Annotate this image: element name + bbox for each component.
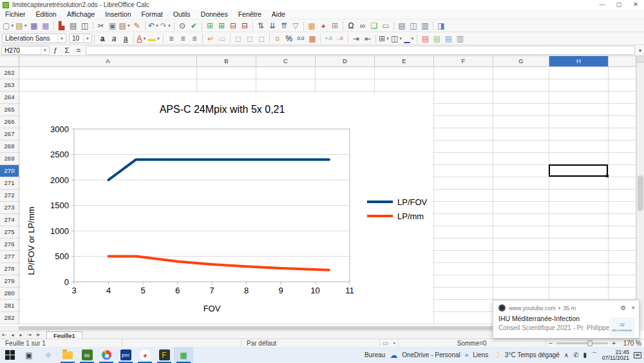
sort-descending-icon[interactable]: ⇈ [278,20,290,31]
conditional-more-icon[interactable]: ▥ [454,33,466,44]
open-icon[interactable]: ▤▼ [15,20,28,31]
minimize-button[interactable]: — [594,0,611,10]
zoom-slider[interactable] [556,342,608,344]
cell-reference-input[interactable] [5,46,39,54]
desktop-toolbar-label[interactable]: Bureau [365,351,385,358]
add-sheet-button[interactable]: + [33,331,43,338]
chevron-down-icon[interactable]: ▼ [155,24,159,28]
insert-comment-icon[interactable]: ❏ [368,20,380,31]
action-center-icon[interactable] [634,352,641,358]
freecad-icon[interactable]: F [155,347,174,363]
close-button[interactable]: ✕ [627,0,644,10]
row-header-274[interactable]: 274 [0,214,19,226]
sum-icon[interactable]: Σ [61,46,73,54]
border-style-icon[interactable]: ◫▼ [390,33,403,44]
format-currency-icon[interactable]: ¤ [272,33,283,44]
insert-row-icon[interactable]: ⊞ [204,20,216,31]
print-icon[interactable]: ▤ [68,20,79,31]
redo-icon[interactable]: ↷▼ [160,20,172,31]
delete-column-icon[interactable]: ⊟ [239,20,251,31]
column-header-e[interactable]: E [375,56,434,67]
conditional-data-bar-icon[interactable]: ▤ [431,33,442,44]
row-header-272[interactable]: 272 [0,190,19,202]
menu-fichier[interactable]: Fichier [0,10,31,19]
row-header-271[interactable]: 271 [0,177,19,190]
spelling-icon[interactable]: ✔ [188,20,200,31]
row-header-278[interactable]: 278 [0,263,19,275]
formula-bar-expand-icon[interactable]: ▼ [636,48,644,53]
pivot-table-icon[interactable]: ⊞ [329,20,341,31]
equals-icon[interactable]: = [73,46,84,54]
battery-tray-icon[interactable]: ▮ [583,351,587,358]
conditional-color-scale-icon[interactable]: ▤ [419,33,431,44]
formula-input[interactable] [86,46,635,55]
decrease-indent-icon[interactable]: ⇤ [362,33,374,44]
menu-affichage[interactable]: Affichage [62,10,100,19]
underline-icon[interactable]: a [120,33,131,44]
save-as-icon[interactable]: ▦ [40,20,52,31]
column-header-c[interactable]: C [256,56,316,67]
font-name-combo[interactable]: Liberation Sans ▼ [2,34,66,43]
row-header-269[interactable]: 269 [0,153,19,165]
chrome-icon[interactable] [97,347,116,363]
export-pdf-icon[interactable]: ▙ [56,20,68,31]
file-explorer-icon[interactable] [58,347,77,363]
column-header-h[interactable]: H [549,56,609,67]
row-header-276[interactable]: 276 [0,239,19,251]
row-header-275[interactable]: 275 [0,226,19,239]
clone-formatting-icon[interactable]: ✎ [131,20,143,31]
column-header-a[interactable]: A [19,56,197,67]
last-sheet-icon[interactable]: ⇥ [25,332,33,338]
align-right-icon[interactable]: ≡ [189,33,200,44]
onedrive-cloud-icon[interactable]: ☁ [390,351,397,360]
moon-weather-icon[interactable]: ☽ [493,350,500,360]
show-draw-functions-icon[interactable]: ▭ [380,20,392,31]
split-window-icon[interactable]: ▥ [419,20,431,31]
align-center-icon[interactable]: ≡ [177,33,189,44]
format-percent-icon[interactable]: % [283,33,295,44]
libreoffice-calc-icon[interactable]: ▦ [174,347,193,363]
selection-mode-icon[interactable]: ▭ [380,340,391,346]
vertical-scrollbar-thumb[interactable] [638,175,643,211]
merge-cells-icon[interactable]: ▭ [216,33,228,44]
chevron-down-icon[interactable]: ▼ [143,37,147,41]
align-left-icon[interactable]: ≡ [166,33,177,44]
print-preview-icon[interactable]: ◫ [79,20,91,31]
unmerge-icon[interactable]: ◻ [256,33,267,44]
previous-sheet-icon[interactable]: ◂ [8,332,17,338]
menu-aide[interactable]: Aide [267,10,290,19]
chevron-down-icon[interactable]: ▼ [41,46,49,54]
vertical-scrollbar[interactable] [636,56,644,331]
maximize-button[interactable]: ▢ [611,0,627,10]
column-header-f[interactable]: F [434,56,493,67]
chevron-down-icon[interactable]: ▼ [399,37,402,41]
row-header-265[interactable]: 265 [0,104,19,116]
links-toolbar-label[interactable]: Liens [473,351,488,358]
onedrive-label[interactable]: OneDrive - Personal [402,351,460,358]
column-header-partial[interactable] [609,56,636,67]
next-sheet-icon[interactable]: ▸ [17,332,25,338]
row-header-282[interactable]: 282 [0,312,19,324]
zoom-slider-thumb[interactable] [587,340,592,346]
column-header-d[interactable]: D [316,56,375,67]
row-header-281[interactable]: 281 [0,300,19,312]
chevron-down-icon[interactable]: ▼ [57,34,66,43]
row-header-264[interactable]: 264 [0,92,19,104]
fill-handle[interactable] [606,175,609,177]
format-date-icon[interactable]: ▦ [307,33,318,44]
notification-settings-icon[interactable]: ⚙ [620,304,626,311]
notification-close-icon[interactable]: × [631,304,635,311]
chevron-down-icon[interactable]: ▼ [167,24,171,28]
phone-tray-icon[interactable]: ✆ [573,351,578,358]
bold-icon[interactable]: a [97,33,108,44]
hidden-icons-chevron[interactable]: ∧ [564,351,569,358]
row-header-279[interactable]: 279 [0,275,19,288]
font-color-icon[interactable]: A▼ [136,33,147,44]
insert-chart-icon[interactable]: ◕ [317,20,329,31]
freeze-rows-columns-icon[interactable]: ◫ [408,20,419,31]
weather-label[interactable]: 3°C Temps dégagé [505,351,560,358]
insert-column-icon[interactable]: ⊞ [216,20,227,31]
undo-icon[interactable]: ↶▼ [147,20,160,31]
photoshop-elements-icon[interactable]: pse [116,347,135,363]
spreadsheet-grid[interactable]: APS-C 24Mpix with 5x 0,21050010001500200… [0,56,636,326]
